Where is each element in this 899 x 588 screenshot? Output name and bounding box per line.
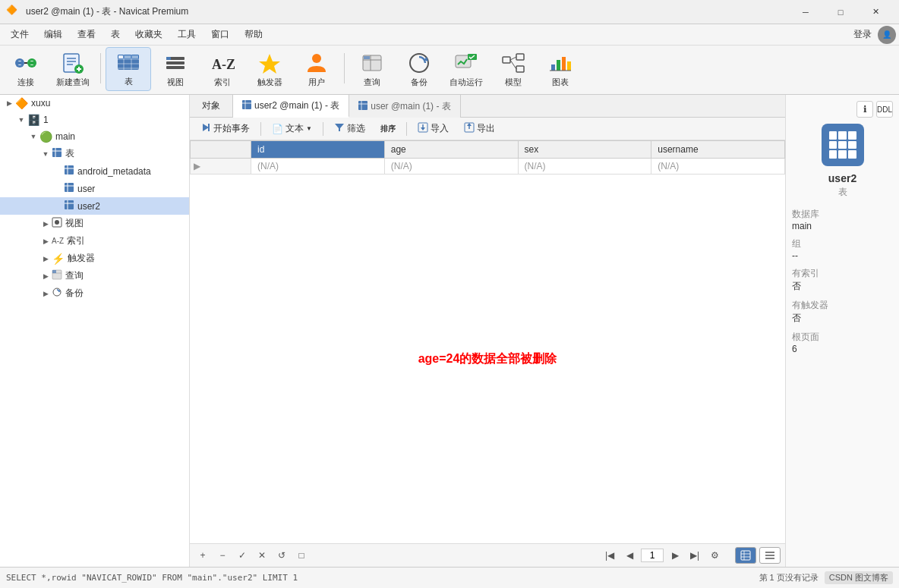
- toolbar-model[interactable]: 模型: [491, 47, 536, 91]
- sidebar-item-1[interactable]: ▼ 🗄️ 1: [0, 112, 189, 128]
- delete-row-button[interactable]: −: [214, 547, 231, 564]
- page-number-input[interactable]: 1: [641, 549, 664, 562]
- menu-favorites[interactable]: 收藏夹: [128, 25, 170, 44]
- col-header-sex[interactable]: sex: [518, 141, 651, 159]
- next-page-button[interactable]: ▶: [667, 547, 683, 564]
- grid-view-button[interactable]: [735, 547, 756, 564]
- group-value: --: [792, 250, 893, 261]
- tab-user2-label: user2 @main (1) - 表: [254, 99, 339, 112]
- sidebar-item-xuxu[interactable]: ▶ 🔶 xuxu: [0, 95, 189, 112]
- info-icon-btn[interactable]: ℹ: [856, 101, 873, 118]
- add-row-button[interactable]: +: [194, 547, 211, 564]
- menu-view[interactable]: 查看: [70, 25, 103, 44]
- sidebar-item-android-metadata[interactable]: android_metadata: [0, 162, 189, 180]
- sidebar-item-views[interactable]: ▶ 视图: [0, 215, 189, 232]
- cell-sex[interactable]: (N/A): [518, 159, 651, 175]
- toolbar-backup[interactable]: 备份: [396, 47, 442, 91]
- tab-objects[interactable]: 对象: [190, 95, 233, 117]
- last-page-button[interactable]: ▶|: [686, 547, 703, 564]
- menu-help[interactable]: 帮助: [237, 25, 270, 44]
- apply-button[interactable]: ✓: [234, 547, 251, 564]
- menu-table[interactable]: 表: [103, 25, 128, 44]
- query-icon: [360, 51, 384, 75]
- main-label: main: [55, 131, 186, 142]
- toolbar-user[interactable]: 用户: [294, 47, 339, 91]
- sidebar-item-indexes[interactable]: ▶ A-Z 索引: [0, 232, 189, 250]
- login-area: 登录 👤: [853, 26, 896, 44]
- text-button[interactable]: 📄 文本 ▼: [266, 121, 318, 137]
- has-trigger-label: 有触发器: [792, 299, 893, 312]
- grid-cell-5: [838, 141, 847, 149]
- main-toolbar: 连接 新建查询: [0, 46, 899, 95]
- table-row[interactable]: ▶ (N/A) (N/A) (N/A) (N/A): [191, 159, 785, 175]
- sidebar-item-main[interactable]: ▼ 🟢 main: [0, 128, 189, 145]
- menu-tools[interactable]: 工具: [170, 25, 203, 44]
- model-label: 模型: [505, 77, 522, 88]
- grid-cell-1: [829, 131, 837, 140]
- first-page-button[interactable]: |◀: [601, 547, 618, 564]
- user2-table-icon: [64, 200, 74, 212]
- login-button[interactable]: 登录: [853, 28, 872, 41]
- toolbar-connect[interactable]: 连接: [3, 47, 49, 91]
- col-header-username[interactable]: username: [651, 141, 785, 159]
- toolbar-chart[interactable]: 图表: [538, 47, 583, 91]
- import-button[interactable]: 导入: [412, 121, 455, 137]
- menu-file[interactable]: 文件: [3, 25, 36, 44]
- list-view-button[interactable]: [759, 547, 781, 564]
- sidebar-item-user[interactable]: user: [0, 180, 189, 197]
- tab-user2-icon: [242, 100, 251, 112]
- svg-rect-6: [29, 61, 35, 64]
- info-group: 组 --: [792, 237, 893, 261]
- sort-button[interactable]: 排序: [374, 122, 402, 136]
- tab-user2[interactable]: user2 @main (1) - 表: [233, 95, 349, 118]
- menu-edit[interactable]: 编辑: [36, 25, 70, 44]
- new-query-icon: [61, 51, 85, 75]
- cell-id[interactable]: (N/A): [251, 159, 385, 175]
- prev-page-button[interactable]: ◀: [621, 547, 638, 564]
- status-bar: SELECT *,rowid "NAVICAT_ROWID" FROM "mai…: [0, 567, 899, 588]
- col-header-id[interactable]: id: [251, 141, 385, 159]
- queries-label: 查询: [65, 269, 186, 282]
- ddl-icon-btn[interactable]: DDL: [876, 101, 893, 118]
- settings-button[interactable]: ⚙: [706, 547, 723, 564]
- sidebar-item-queries[interactable]: ▶ 查询: [0, 267, 189, 285]
- toolbar-index[interactable]: A-Z 索引: [200, 47, 245, 91]
- sidebar-item-backups[interactable]: ▶ 备份: [0, 285, 189, 302]
- minimize-button[interactable]: ─: [788, 0, 823, 24]
- views-icon: [52, 217, 62, 230]
- close-button[interactable]: ✕: [858, 0, 893, 24]
- svg-marker-76: [335, 124, 344, 131]
- toolbar-query[interactable]: 查询: [349, 47, 395, 91]
- svg-marker-74: [203, 124, 209, 131]
- svg-point-62: [55, 220, 59, 225]
- sidebar-item-tables[interactable]: ▼ 表: [0, 145, 189, 162]
- toggle-triggers: ▶: [39, 255, 52, 263]
- cell-username[interactable]: (N/A): [651, 159, 785, 175]
- tab-user[interactable]: user @main (1) - 表: [349, 95, 461, 118]
- tbar-sep-3: [406, 122, 407, 136]
- toolbar-view[interactable]: 视图: [153, 47, 198, 91]
- sidebar-item-user2[interactable]: user2: [0, 197, 189, 215]
- svg-rect-52: [65, 165, 74, 175]
- object-type: 表: [792, 186, 893, 199]
- toolbar-trigger[interactable]: 触发器: [247, 47, 292, 91]
- xuxu-label: xuxu: [31, 98, 186, 108]
- backups-icon: [52, 287, 62, 300]
- refresh-button[interactable]: ↺: [273, 547, 290, 564]
- sidebar-item-triggers[interactable]: ▶ ⚡ 触发器: [0, 250, 189, 267]
- queries-icon: [52, 269, 62, 282]
- export-icon: [464, 122, 475, 135]
- discard-button[interactable]: ✕: [254, 547, 270, 564]
- filter-button[interactable]: 筛选: [328, 121, 371, 137]
- android-table-icon: [64, 165, 74, 178]
- toolbar-table[interactable]: 表: [106, 47, 151, 91]
- menu-window[interactable]: 窗口: [203, 25, 237, 44]
- col-header-age[interactable]: age: [384, 141, 518, 159]
- start-transaction-button[interactable]: 开始事务: [194, 121, 256, 137]
- stop-button[interactable]: □: [293, 547, 310, 564]
- cell-age[interactable]: (N/A): [384, 159, 518, 175]
- export-button[interactable]: 导出: [458, 121, 501, 137]
- toolbar-new-query[interactable]: 新建查询: [50, 47, 96, 91]
- maximize-button[interactable]: □: [823, 0, 858, 24]
- toolbar-autorun[interactable]: 自动运行: [443, 47, 489, 91]
